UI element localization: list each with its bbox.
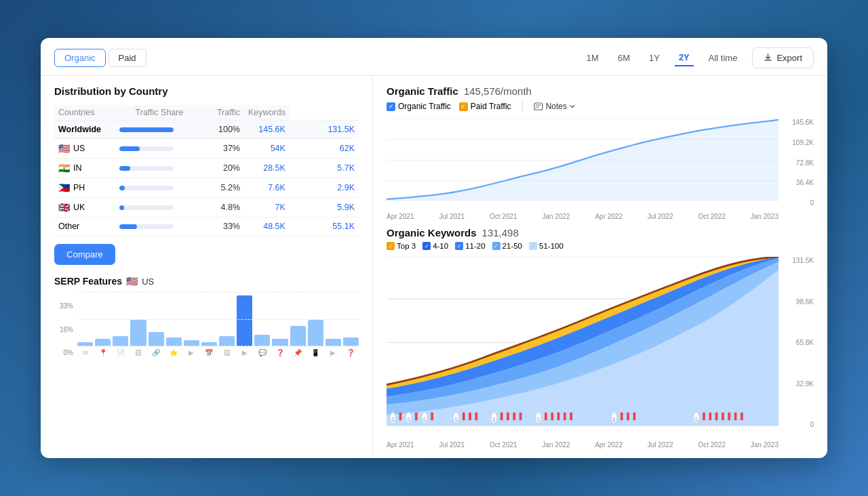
- pct-cell: 5.2%: [203, 178, 244, 198]
- serp-y-0: 0%: [54, 349, 73, 356]
- legend-organic-label: Organic Traffic: [398, 102, 451, 111]
- kw-51-100-checkbox[interactable]: ✓: [529, 242, 537, 250]
- pct-cell: 4.8%: [203, 198, 244, 218]
- notes-label: Notes: [546, 102, 567, 111]
- svg-rect-39: [570, 413, 572, 421]
- serp-icon: ✉: [77, 349, 93, 356]
- country-table: Countries Traffic Share Traffic Keywords…: [54, 105, 359, 236]
- country-name-cell: 🇬🇧 UK: [54, 198, 115, 218]
- serp-bar: [237, 295, 252, 346]
- notes-icon: [534, 102, 543, 110]
- x1-apr21: Apr 2021: [387, 213, 414, 220]
- svg-rect-15: [399, 413, 402, 421]
- serp-icon: ▶: [237, 349, 252, 356]
- x2-jul22: Jul 2022: [648, 441, 673, 449]
- traffic-cell: 54K: [244, 139, 290, 159]
- notes-button[interactable]: Notes: [534, 102, 575, 111]
- organic-checkbox[interactable]: ✓: [387, 102, 395, 111]
- serp-bar: [343, 337, 359, 346]
- organic-keywords-section: Organic Keywords 131,498 ✓ Top 3 ✓ 4-10 …: [387, 227, 814, 250]
- serp-bar: [290, 326, 306, 346]
- traffic-cell: 28.5K: [244, 159, 290, 178]
- chart1-legend: ✓ Organic Traffic ✓ Paid Traffic Notes: [387, 101, 814, 112]
- chevron-down-icon: [570, 104, 575, 109]
- serp-bar: [113, 336, 128, 346]
- bar-background: [119, 186, 174, 190]
- country-row: 🇮🇳 IN 20% 28.5K 5.7K: [54, 159, 359, 178]
- serp-y-33: 33%: [54, 302, 73, 310]
- tab-organic[interactable]: Organic: [54, 49, 106, 67]
- serp-icon: ▶: [184, 349, 199, 356]
- keywords-value: 131,498: [482, 227, 519, 239]
- keywords-cell: 5.9K: [290, 198, 359, 218]
- kw-legend-4-10: ✓ 4-10: [422, 242, 448, 250]
- export-button[interactable]: Export: [752, 47, 814, 68]
- serp-bar: [95, 339, 111, 346]
- svg-rect-36: [551, 413, 553, 421]
- svg-rect-0: [534, 103, 542, 110]
- organic-traffic-title: Organic Traffic: [387, 85, 458, 97]
- paid-checkbox[interactable]: ✓: [459, 102, 468, 111]
- time-1m[interactable]: 1M: [583, 50, 603, 66]
- kw-51-100-label: 51-100: [539, 242, 564, 250]
- traffic-cell: 7K: [244, 198, 290, 218]
- serp-bar: [201, 342, 217, 346]
- kw-11-20-checkbox[interactable]: ✓: [455, 242, 463, 250]
- time-all[interactable]: All time: [705, 50, 742, 66]
- time-2y[interactable]: 2Y: [675, 49, 694, 66]
- export-icon: [764, 54, 772, 62]
- serp-title-text: SERP Features: [54, 276, 122, 287]
- kw-21-50-checkbox[interactable]: ✓: [492, 242, 500, 250]
- y1-109: 109.2K: [780, 139, 814, 146]
- country-name-cell: 🇺🇸 US: [54, 139, 115, 159]
- country-name-cell: 🇵🇭 PH: [54, 178, 115, 198]
- bar-fill: [119, 146, 140, 151]
- kw-top3-checkbox[interactable]: ✓: [387, 242, 395, 250]
- svg-rect-50: [722, 413, 724, 421]
- legend-paid: ✓ Paid Traffic: [459, 102, 511, 111]
- country-row: 🇵🇭 PH 5.2% 7.6K 2.9K: [54, 178, 359, 198]
- serp-icon: 🔗: [149, 349, 164, 356]
- kw-top3-label: Top 3: [397, 242, 416, 250]
- keywords-cell: 5.7K: [290, 159, 359, 178]
- y2-98: 98.6K: [780, 298, 814, 306]
- x1-apr22: Apr 2022: [595, 213, 623, 220]
- time-1y[interactable]: 1Y: [645, 50, 664, 66]
- svg-rect-25: [469, 413, 471, 421]
- serp-flag: 🇺🇸: [126, 276, 138, 287]
- svg-rect-24: [462, 413, 465, 421]
- x2-oct21: Oct 2021: [490, 441, 517, 449]
- serp-icons-row: ✉📍📄🖼🔗⭐▶📅🖼▶💬❓📌📱▶❓: [77, 349, 359, 356]
- time-filters: 1M 6M 1Y 2Y All time Export: [583, 47, 814, 68]
- y1-0: 0: [780, 199, 814, 207]
- serp-icon: 🖼: [130, 349, 146, 356]
- left-panel: Distribution by Country Countries Traffi…: [41, 76, 373, 458]
- kw-4-10-checkbox[interactable]: ✓: [422, 242, 431, 250]
- pct-cell: 37%: [203, 139, 244, 159]
- bar-background: [119, 146, 174, 151]
- svg-text:G: G: [537, 415, 540, 423]
- serp-country: US: [142, 276, 154, 287]
- svg-rect-48: [709, 413, 711, 421]
- kw-legend-11-20: ✓ 11-20: [455, 242, 485, 250]
- serp-bar: [184, 340, 199, 346]
- x1-jul22: Jul 2022: [648, 213, 673, 220]
- x1-jan23: Jan 2023: [751, 213, 778, 220]
- country-name-cell: Worldwide: [54, 121, 115, 139]
- x2-oct22: Oct 2022: [698, 441, 726, 449]
- pct-cell: 20%: [203, 159, 244, 178]
- kw-legend-51-100: ✓ 51-100: [529, 242, 564, 250]
- main-card: Organic Paid 1M 6M 1Y 2Y All time Export…: [41, 38, 827, 458]
- col-traffic: Traffic: [203, 105, 244, 121]
- serp-bar: [272, 339, 288, 346]
- tab-paid[interactable]: Paid: [108, 49, 146, 67]
- svg-rect-21: [431, 413, 433, 421]
- serp-icon: ❓: [343, 349, 359, 356]
- bar-fill: [119, 127, 174, 132]
- time-6m[interactable]: 6M: [614, 50, 634, 66]
- compare-button[interactable]: Compare: [54, 244, 115, 265]
- top-bar: Organic Paid 1M 6M 1Y 2Y All time Export: [41, 38, 827, 76]
- chart2-x-labels: Apr 2021 Jul 2021 Oct 2021 Jan 2022 Apr …: [387, 441, 778, 449]
- right-panel: Organic Traffic 145,576/month ✓ Organic …: [373, 76, 827, 458]
- organic-chart-svg: [387, 119, 778, 207]
